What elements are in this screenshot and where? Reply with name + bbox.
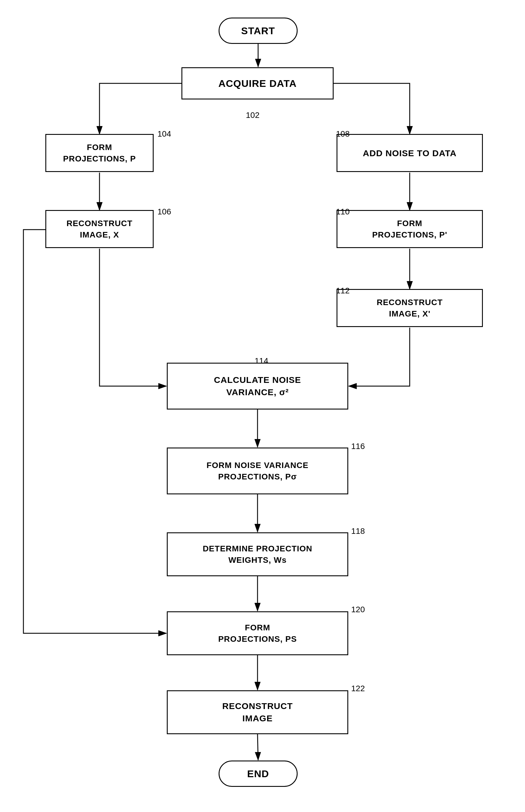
calc-noise-var-node: CALCULATE NOISE VARIANCE, σ² (167, 363, 348, 410)
label-110: 110 (336, 207, 350, 216)
label-114: 114 (255, 356, 268, 366)
add-noise-node: ADD NOISE TO DATA (336, 134, 483, 172)
label-112: 112 (336, 286, 350, 295)
end-node: END (219, 761, 298, 787)
label-108: 108 (336, 129, 350, 139)
reconstruct-img-node: RECONSTRUCT IMAGE (167, 690, 348, 734)
reconstruct-x-node: RECONSTRUCT IMAGE, X (45, 210, 154, 248)
label-102: 102 (246, 110, 259, 120)
svg-line-9 (257, 734, 258, 760)
form-proj-p-node: FORM PROJECTIONS, P (45, 134, 154, 172)
label-118: 118 (351, 526, 365, 536)
label-106: 106 (158, 207, 171, 216)
form-proj-ps-node: FORM PROJECTIONS, PS (167, 611, 348, 655)
det-proj-weights-node: DETERMINE PROJECTION WEIGHTS, Ws (167, 532, 348, 576)
flowchart: START ACQUIRE DATA ADD NOISE TO DATA FOR… (0, 0, 525, 812)
label-120: 120 (351, 605, 365, 614)
form-proj-pprime-node: FORM PROJECTIONS, P' (336, 210, 483, 248)
label-104: 104 (158, 129, 171, 139)
label-122: 122 (351, 684, 365, 693)
label-116: 116 (351, 442, 365, 451)
acquire-data-node: ACQUIRE DATA (181, 67, 334, 99)
start-node: START (219, 18, 298, 44)
form-noise-var-node: FORM NOISE VARIANCE PROJECTIONS, Pσ (167, 447, 348, 494)
reconstruct-xprime-node: RECONSTRUCT IMAGE, X' (336, 289, 483, 327)
